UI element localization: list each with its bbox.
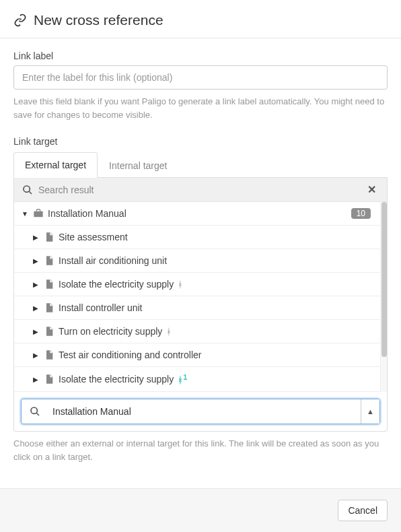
caret-right-icon: ▶ bbox=[32, 327, 40, 335]
tab-panel-external: Search result ✕ ▼ Installation Manual 10… bbox=[13, 178, 388, 432]
tree-item-label: Test air conditioning and controller bbox=[59, 350, 201, 360]
tree-item-label: Turn on electricity supply bbox=[59, 326, 162, 337]
count-badge: 10 bbox=[351, 208, 371, 219]
document-icon bbox=[44, 350, 54, 360]
svg-rect-2 bbox=[34, 211, 42, 218]
briefcase-icon bbox=[33, 208, 44, 219]
search-input[interactable] bbox=[52, 406, 353, 417]
svg-line-4 bbox=[36, 413, 39, 415]
tree-item-label: Site assessment bbox=[59, 232, 128, 242]
branch-icon: ᚼ1 bbox=[178, 373, 187, 385]
modal-title: New cross reference bbox=[34, 12, 163, 28]
tree-item-label: Install air conditioning unit bbox=[59, 255, 167, 266]
document-icon bbox=[44, 232, 54, 242]
caret-down-icon: ▼ bbox=[21, 209, 29, 218]
branch-icon: ᚼ bbox=[178, 279, 183, 290]
search-result-text: Search result bbox=[38, 185, 365, 195]
caret-right-icon: ▶ bbox=[32, 375, 40, 383]
modal-footer: Cancel bbox=[0, 488, 401, 532]
tree-item-label: Isolate the electricity supply bbox=[59, 374, 174, 385]
link-label-input[interactable] bbox=[13, 65, 388, 90]
link-target-label: Link target bbox=[13, 136, 388, 147]
svg-line-1 bbox=[29, 191, 32, 194]
scrollbar[interactable] bbox=[380, 202, 387, 392]
tree-item[interactable]: ▶ Install air conditioning unit bbox=[14, 249, 380, 273]
svg-point-3 bbox=[31, 407, 37, 413]
document-icon bbox=[44, 326, 54, 337]
tree-root-item[interactable]: ▼ Installation Manual 10 bbox=[14, 202, 380, 226]
search-icon bbox=[22, 185, 33, 195]
document-icon bbox=[44, 302, 54, 313]
chevron-up-icon[interactable]: ▲ bbox=[361, 399, 379, 424]
branch-icon: ᚼ bbox=[166, 327, 172, 337]
caret-right-icon: ▶ bbox=[32, 304, 40, 312]
tree-list: ▼ Installation Manual 10 ▶ Site assessme… bbox=[14, 202, 380, 392]
caret-right-icon: ▶ bbox=[32, 351, 40, 359]
tree-item-label: Isolate the electricity supply bbox=[59, 279, 174, 290]
tree-item[interactable]: ▶ Install controller unit bbox=[14, 296, 380, 320]
document-icon bbox=[44, 279, 54, 290]
tree-root-label: Installation Manual bbox=[48, 208, 126, 219]
link-label-help: Leave this field blank if you want Palig… bbox=[13, 95, 388, 121]
tab-external-target[interactable]: External target bbox=[13, 152, 98, 178]
tree-item[interactable]: ▶ Turn on electricity supply ᚼ bbox=[14, 320, 380, 343]
modal-body: Link label Leave this field blank if you… bbox=[0, 38, 401, 488]
caret-right-icon: ▶ bbox=[32, 280, 40, 288]
link-label-section: Link label Leave this field blank if you… bbox=[13, 51, 388, 121]
link-label-label: Link label bbox=[13, 51, 388, 61]
link-target-help: Choose either an external or internal ta… bbox=[13, 437, 388, 463]
tree-item[interactable]: ▶ Site assessment bbox=[14, 226, 380, 249]
tree-item[interactable]: ▶ Test air conditioning and controller bbox=[14, 343, 380, 367]
search-combo-row: ▲ bbox=[14, 392, 387, 431]
close-icon[interactable]: ✕ bbox=[365, 183, 379, 196]
document-icon bbox=[44, 374, 54, 385]
cancel-button[interactable]: Cancel bbox=[338, 500, 388, 521]
tree-item-label: Install controller unit bbox=[59, 302, 143, 313]
search-header: Search result ✕ bbox=[14, 178, 387, 202]
svg-point-0 bbox=[24, 186, 30, 192]
tree-item[interactable]: ▶ Isolate the electricity supply ᚼ1 bbox=[14, 367, 380, 392]
link-target-section: Link target External target Internal tar… bbox=[13, 136, 388, 463]
scrollbar-thumb[interactable] bbox=[381, 202, 387, 357]
tree-area: ▼ Installation Manual 10 ▶ Site assessme… bbox=[14, 202, 387, 392]
link-icon bbox=[13, 13, 27, 27]
tab-internal-target[interactable]: Internal target bbox=[98, 152, 178, 178]
caret-right-icon: ▶ bbox=[32, 257, 40, 265]
tabs: External target Internal target bbox=[13, 152, 388, 178]
caret-right-icon: ▶ bbox=[32, 233, 40, 241]
search-icon bbox=[30, 406, 40, 417]
document-icon bbox=[44, 255, 54, 266]
tree-item[interactable]: ▶ Isolate the electricity supply ᚼ bbox=[14, 273, 380, 296]
search-combo: ▲ bbox=[21, 399, 380, 424]
modal-header: New cross reference bbox=[0, 0, 401, 38]
